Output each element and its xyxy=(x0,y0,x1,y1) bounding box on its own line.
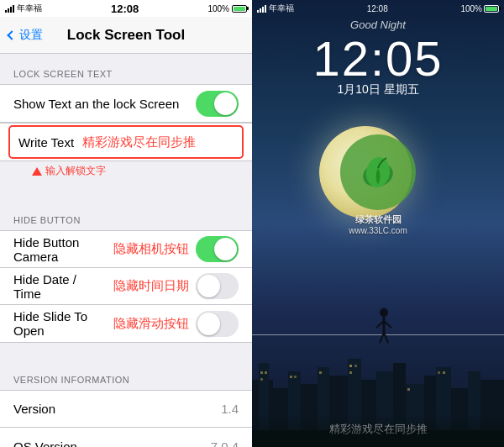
watermark-name: 绿茶软件园 xyxy=(340,213,416,226)
hint-container: 输入解锁文字 xyxy=(0,161,252,183)
slide-row: Hide Slide To Open 隐藏滑动按钮 xyxy=(0,305,252,342)
lock-battery-pct: 100% xyxy=(460,4,482,13)
datetime-toggle[interactable] xyxy=(196,273,239,299)
svg-rect-20 xyxy=(260,371,263,374)
hide-button-header: HIDE BUTTON xyxy=(0,200,252,230)
slide-toggle[interactable] xyxy=(196,311,239,337)
os-version-row: OS Version 7.0.4 xyxy=(0,428,252,447)
svg-rect-28 xyxy=(349,371,352,374)
lock-time-status: 12:08 xyxy=(367,4,388,13)
svg-line-37 xyxy=(380,333,384,343)
svg-rect-30 xyxy=(438,371,440,374)
camera-toggle[interactable] xyxy=(196,236,239,262)
back-label: 设置 xyxy=(19,28,43,43)
version-header: VERSION INFORMATION xyxy=(0,360,252,390)
svg-rect-22 xyxy=(260,378,263,381)
version-label: Version xyxy=(13,402,221,416)
datetime-label: Hide Date / Time xyxy=(13,272,107,301)
signal-icon xyxy=(5,5,14,13)
svg-marker-0 xyxy=(32,167,42,176)
arrow-up-icon xyxy=(32,167,42,176)
slide-label: Hide Slide To Open xyxy=(13,309,107,338)
svg-rect-24 xyxy=(294,376,297,378)
good-night-text: Good Night xyxy=(252,18,504,31)
hide-button-section: HIDE BUTTON Hide Button Camera 隐藏相机按钮 Hi… xyxy=(0,200,252,343)
os-version-value: 7.0.4 xyxy=(211,439,239,448)
camera-label: Hide Button Camera xyxy=(13,235,107,264)
camera-sublabel: 隐藏相机按钮 xyxy=(113,241,189,257)
lock-time: 12:05 xyxy=(252,30,504,87)
back-button[interactable]: 设置 xyxy=(8,28,43,43)
lock-carrier: 年幸福 xyxy=(269,3,294,14)
svg-rect-25 xyxy=(319,371,322,374)
nav-title: Lock Screen Tool xyxy=(67,27,185,44)
version-row: Version 1.4 xyxy=(0,391,252,428)
watermark-url: www.33LC.com xyxy=(340,226,416,235)
svg-rect-21 xyxy=(265,371,267,374)
watermark: 绿茶软件园 www.33LC.com xyxy=(340,134,416,235)
hint-text: 输入解锁文字 xyxy=(45,164,106,178)
svg-line-38 xyxy=(384,333,388,343)
lock-date: 1月10日 星期五 xyxy=(252,82,504,97)
lock-screen-text-header: LOCK SCREEN TEXT xyxy=(0,54,252,84)
datetime-sublabel: 隐藏时间日期 xyxy=(113,278,189,294)
datetime-row: Hide Date / Time 隐藏时间日期 xyxy=(0,268,252,305)
version-value: 1.4 xyxy=(221,402,239,416)
nav-bar: 设置 Lock Screen Tool xyxy=(0,17,252,54)
write-text-value: 精彩游戏尽在同步推 xyxy=(82,134,196,150)
carrier-label: 年幸福 xyxy=(17,3,42,14)
settings-content: LOCK SCREEN TEXT Show Text an the lock S… xyxy=(0,54,252,447)
character-silhouette xyxy=(374,306,395,348)
write-text-label: Write Text xyxy=(18,135,74,150)
show-text-row: Show Text an the lock Screen xyxy=(0,85,252,122)
svg-rect-23 xyxy=(290,376,292,378)
right-panel: 年幸福 12:08 100% Good Night 12:05 1月10日 星期… xyxy=(252,0,504,447)
version-section: VERSION INFORMATION Version 1.4 OS Versi… xyxy=(0,360,252,447)
watermark-circle xyxy=(340,134,416,210)
os-version-label: OS Version xyxy=(13,439,211,448)
show-text-toggle[interactable] xyxy=(196,91,239,117)
svg-rect-31 xyxy=(443,371,445,374)
lock-screen-text-section: LOCK SCREEN TEXT Show Text an the lock S… xyxy=(0,54,252,183)
lock-status-bar: 年幸福 12:08 100% xyxy=(252,0,504,17)
version-group: Version 1.4 OS Version 7.0.4 xyxy=(0,390,252,447)
camera-row: Hide Button Camera 隐藏相机按钮 xyxy=(0,231,252,268)
svg-rect-27 xyxy=(354,365,357,367)
svg-rect-26 xyxy=(349,365,352,367)
svg-rect-29 xyxy=(407,388,410,391)
status-bar-left: 年幸福 12:08 100% xyxy=(0,0,252,17)
lock-screen-text-group: Show Text an the lock Screen xyxy=(0,84,252,123)
time-label: 12:08 xyxy=(111,3,139,15)
lock-battery-icon xyxy=(484,5,499,13)
battery-icon xyxy=(232,5,247,13)
watermark-leaf-icon xyxy=(357,151,399,193)
chevron-left-icon xyxy=(7,30,16,39)
left-panel: 年幸福 12:08 100% 设置 Lock Screen Tool LOCK … xyxy=(0,0,252,447)
ground-overlay xyxy=(252,413,504,447)
slide-sublabel: 隐藏滑动按钮 xyxy=(113,316,189,332)
battery-percent: 100% xyxy=(207,4,229,13)
lock-signal-icon xyxy=(257,5,266,13)
show-text-label: Show Text an the lock Screen xyxy=(13,97,196,111)
write-text-container: Write Text 精彩游戏尽在同步推 xyxy=(0,123,252,161)
write-text-row[interactable]: Write Text 精彩游戏尽在同步推 xyxy=(8,125,244,159)
hide-button-group: Hide Button Camera 隐藏相机按钮 Hide Date / Ti… xyxy=(0,230,252,343)
